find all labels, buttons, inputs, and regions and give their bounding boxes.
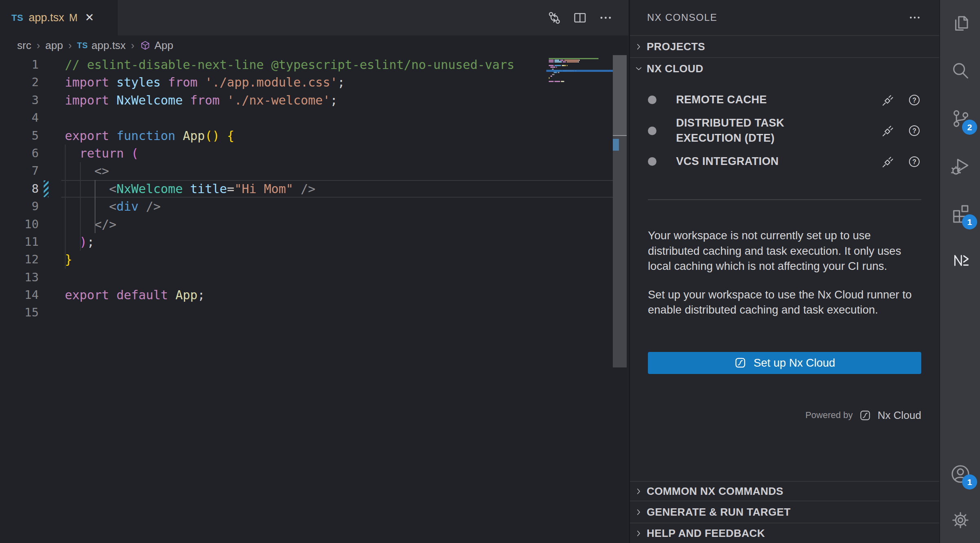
activity-item-settings[interactable] [940,497,980,543]
minimap[interactable] [549,58,612,84]
breadcrumb-item-app[interactable]: App [140,39,173,52]
activity-item-accounts[interactable]: 1 [940,451,980,497]
compare-changes-icon[interactable] [546,10,562,26]
panel-title: NX CONSOLE [647,12,717,23]
modified-line-marker [44,180,49,197]
help-icon[interactable]: ? [907,93,921,107]
connect-icon[interactable] [881,93,895,107]
gutter-line[interactable]: 15 [0,304,57,321]
breadcrumb-item-app-tsx[interactable]: TSapp.tsx [77,39,126,52]
activity-bar: 211 [939,0,980,543]
gutter-marker [44,145,49,162]
connect-icon[interactable] [881,124,895,138]
code-line[interactable]: import styles from './app.module.css'; [65,73,514,91]
code-line[interactable]: return ( [65,145,514,162]
gutter-line[interactable]: 4 [0,109,57,127]
section-common-nx-commands[interactable]: COMMON NX COMMANDS [630,481,939,501]
gutter-line[interactable]: 14 [0,286,57,304]
badge: 1 [962,474,977,490]
activity-item-nx-console[interactable] [940,237,980,284]
svg-text:?: ? [912,127,916,134]
section-label: NX CLOUD [647,62,703,75]
nx-cloud-description: Your workspace is not currently set up t… [648,228,921,318]
code-line[interactable] [65,304,514,321]
section-generate-run-target[interactable]: GENERATE & RUN TARGET [630,501,939,523]
tab-bar: TS app.tsx M ✕ [0,0,628,36]
class-symbol-icon [140,40,151,51]
gutter-line[interactable]: 10 [0,216,57,233]
tab-modified-badge: M [69,12,78,24]
split-editor-icon[interactable] [572,10,588,26]
gutter-line[interactable]: 13 [0,269,57,286]
code-line[interactable]: <div /> [65,198,514,215]
close-icon[interactable]: ✕ [85,12,94,23]
setup-nx-cloud-button[interactable]: Set up Nx Cloud [648,352,921,374]
section-label: COMMON NX COMMANDS [647,485,783,498]
tab-app-tsx[interactable]: TS app.tsx M ✕ [0,0,118,36]
gutter-line[interactable]: 5 [0,127,57,145]
help-icon[interactable]: ? [907,155,921,169]
badge: 1 [962,214,977,229]
more-actions-icon[interactable] [907,10,922,25]
activity-item-extensions[interactable]: 1 [940,189,980,237]
breadcrumb-separator: › [131,40,134,51]
chevron-right-icon [635,43,643,51]
code-line[interactable]: } [65,251,514,268]
code-line[interactable]: ); [65,233,514,251]
editor-gutter[interactable]: 123456789101112131415 [0,56,57,322]
gutter-marker [44,304,49,321]
cloud-item-label: DISTRIBUTED TASK EXECUTION (DTE) [676,116,817,146]
status-bullet [648,157,656,166]
code-line[interactable]: <> [65,162,514,180]
code-line[interactable] [65,109,514,127]
gutter-line[interactable]: 12 [0,251,57,268]
cloud-item-vcs-integration: VCS INTEGRATION? [648,154,921,169]
gutter-line[interactable]: 2 [0,73,57,91]
chevron-right-icon [635,487,643,495]
breadcrumb-separator: › [68,40,71,51]
gutter-line[interactable]: 6 [0,145,57,162]
gutter-line[interactable]: 3 [0,91,57,109]
scrollbar-slider[interactable] [613,55,627,136]
breadcrumb-item-src[interactable]: src [17,39,31,52]
breadcrumb-item-app[interactable]: app [45,39,63,52]
code-line[interactable]: export function App() { [65,127,514,145]
code-editor[interactable]: // eslint-disable-next-line @typescript-… [65,56,514,322]
nx-cloud-logo-icon [859,409,871,422]
cloud-item-remote-cache: REMOTE CACHE? [648,92,921,107]
code-line[interactable] [65,269,514,286]
scrollbar-track[interactable] [613,55,627,367]
code-line[interactable]: export default App; [65,286,514,304]
help-icon[interactable]: ? [907,124,921,138]
gutter-marker [44,74,49,91]
connect-icon[interactable] [881,155,895,169]
code-line[interactable]: <NxWelcome title="Hi Mom" /> [65,180,514,198]
section-projects[interactable]: PROJECTS [630,35,939,57]
code-line[interactable]: // eslint-disable-next-line @typescript-… [65,56,514,73]
code-line[interactable]: import NxWelcome from './nx-welcome'; [65,91,514,109]
gutter-line[interactable]: 8 [0,180,57,198]
editor-region: TS app.tsx M ✕ src›app›TSapp.tsx›App 123… [0,0,628,543]
activity-item-explorer[interactable] [940,0,980,47]
activity-item-source-control[interactable]: 2 [940,95,980,142]
gutter-line[interactable]: 7 [0,162,57,180]
gutter-marker [44,198,49,215]
gutter-line[interactable]: 9 [0,198,57,215]
gutter-line[interactable]: 11 [0,233,57,251]
activity-item-run-debug[interactable] [940,142,980,189]
section-nx-cloud[interactable]: NX CLOUD [630,57,939,79]
editor-toolbar [546,0,628,36]
code-line[interactable]: </> [65,216,514,233]
vscode-window: TS app.tsx M ✕ src›app›TSapp.tsx›App 123… [0,0,980,543]
typescript-file-icon: TS [11,13,23,23]
cloud-item-distributed-task-execution-dte-: DISTRIBUTED TASK EXECUTION (DTE)? [648,116,921,146]
section-help-and-feedback[interactable]: HELP AND FEEDBACK [630,523,939,543]
breadcrumb-separator: › [37,40,40,51]
activity-item-search[interactable] [940,47,980,95]
gutter-marker [44,92,49,109]
breadcrumb: src›app›TSapp.tsx›App [0,36,628,56]
gutter-line[interactable]: 1 [0,56,57,73]
breadcrumb-label: app.tsx [91,39,126,52]
breadcrumb-label: src [17,39,31,52]
more-actions-icon[interactable] [598,10,614,26]
